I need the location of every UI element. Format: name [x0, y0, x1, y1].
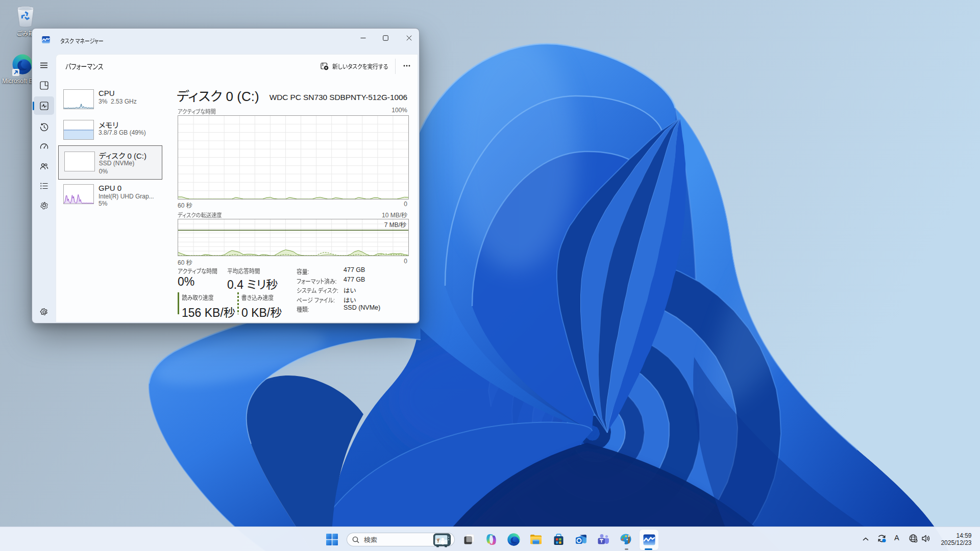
- disk-mini-chart: [64, 152, 95, 171]
- teams-button[interactable]: [593, 529, 614, 549]
- stat-active-label: アクティブな時間: [178, 266, 224, 276]
- chart1-label-text: アクティブな時間: [178, 107, 216, 115]
- start-button[interactable]: [322, 529, 342, 549]
- stat-active-value: 0%: [178, 275, 194, 289]
- chart2-label-text: ディスクの転送速度: [178, 210, 222, 219]
- disk-sub2: 0%: [99, 168, 108, 175]
- stat-capacity-value: 477 GB: [344, 266, 365, 273]
- perf-item-memory[interactable]: メモリ 3.8/7.8 GB (49%): [58, 120, 162, 149]
- stat-write-label: 書き込み速度: [241, 292, 279, 302]
- titlebar: タスク マネージャー: [32, 29, 419, 54]
- chart1-xright: 0: [404, 201, 407, 208]
- store-button[interactable]: [548, 529, 569, 549]
- stat-system-disk-label: システム ディスク:: [297, 285, 345, 295]
- paint-icon: [619, 533, 632, 546]
- tray-volume-button[interactable]: [921, 534, 930, 543]
- close-button[interactable]: [398, 29, 420, 47]
- details-icon: [40, 182, 48, 190]
- perf-item-gpu[interactable]: GPU 0 Intel(R) UHD Grap... 5%: [58, 184, 162, 214]
- nav-services[interactable]: [34, 196, 54, 214]
- disk-title: ディスク 0 (C:): [99, 150, 146, 161]
- stat-response-label: 平均応答時間: [227, 266, 265, 276]
- performance-icon: [40, 102, 48, 110]
- recycle-bin-icon: [16, 5, 35, 28]
- stat-row-4-label-text: 種類:: [297, 304, 309, 314]
- chart2-xright: 0: [404, 258, 407, 265]
- run-new-task-button[interactable]: 新しいタスクを実行する: [320, 59, 397, 72]
- memory-mini-chart: [63, 120, 94, 140]
- search-placeholder: 検索: [364, 535, 377, 544]
- stat-type-label: 種類:: [297, 304, 311, 314]
- startup-icon: [40, 142, 48, 151]
- minimize-button[interactable]: [352, 29, 374, 47]
- task-manager-taskbar-button[interactable]: [640, 530, 658, 550]
- stat-response-value: 0.4 ミリ秒: [227, 275, 278, 292]
- stat-row-2-label-text: システム ディスク:: [297, 285, 338, 295]
- nav-menu-button[interactable]: [34, 56, 54, 74]
- tray-update-button[interactable]: [877, 534, 887, 543]
- more-options-button[interactable]: [400, 59, 414, 72]
- tray-ime-button[interactable]: A: [894, 534, 899, 542]
- stat-page-file-label: ページ ファイル:: [297, 295, 341, 305]
- chart2-scale-label: 7 MB/秒: [384, 220, 406, 229]
- tray-date: 2025/12/23: [941, 540, 971, 547]
- minimize-icon: [360, 35, 366, 41]
- task-view-button[interactable]: [459, 529, 479, 549]
- nav-users[interactable]: [34, 157, 54, 176]
- stat-write-value: 0 KB/秒: [241, 303, 282, 320]
- write-speed-bar: [237, 292, 239, 314]
- nav-details[interactable]: [34, 177, 54, 195]
- copilot-button[interactable]: [481, 529, 501, 549]
- store-icon: [552, 533, 565, 546]
- tray-clock[interactable]: 14:59 2025/12/23: [941, 533, 971, 546]
- cpu-sub: 3% 2.53 GHz: [99, 98, 137, 105]
- maximize-icon: [383, 35, 388, 41]
- nav-settings[interactable]: [34, 303, 54, 321]
- detail-title: ディスク 0 (C:): [177, 86, 259, 105]
- header-divider: [395, 59, 396, 74]
- edge-taskbar-icon: [507, 533, 520, 546]
- search-highlight-image[interactable]: [433, 533, 451, 547]
- hamburger-icon: [40, 61, 48, 69]
- active-time-label-text: アクティブな時間: [178, 266, 217, 276]
- stat-page-file-value: はい: [344, 295, 356, 305]
- stat-capacity-label: 容量:: [297, 266, 311, 276]
- nav-processes[interactable]: [34, 76, 54, 94]
- disk-sub1: SSD (NVMe): [99, 160, 134, 167]
- ellipsis-icon: [403, 65, 410, 67]
- transfer-chart: [178, 219, 409, 256]
- stat-type-value: SSD (NVMe): [344, 304, 380, 311]
- maximize-button[interactable]: [374, 29, 397, 47]
- history-icon: [40, 123, 48, 132]
- processes-icon: [40, 81, 48, 90]
- edge-icon: [12, 54, 33, 77]
- nav-startup-apps[interactable]: [34, 137, 54, 156]
- stat-read-label: 読み取り速度: [182, 292, 219, 302]
- task-view-icon: [463, 533, 475, 545]
- cpu-mini-chart: [63, 89, 94, 109]
- file-explorer-button[interactable]: [526, 529, 546, 549]
- windows-update-icon: [877, 534, 887, 543]
- active-time-chart: [178, 115, 409, 199]
- detail-model: WDC PC SN730 SDBPNTY-512G-1006: [270, 93, 407, 102]
- search-box[interactable]: 検索: [347, 533, 455, 546]
- chart2-xleft: 60 秒: [178, 258, 192, 266]
- paint-running-indicator: [625, 548, 628, 550]
- nav-app-history[interactable]: [34, 118, 54, 136]
- stat-row-0-label-text: 容量:: [297, 266, 309, 276]
- edge-button[interactable]: [503, 529, 524, 549]
- read-label-text: 読み取り速度: [182, 292, 213, 302]
- ime-label: A: [894, 534, 899, 542]
- perf-item-cpu[interactable]: CPU 3% 2.53 GHz: [58, 89, 162, 119]
- paint-button[interactable]: [616, 529, 636, 549]
- outlook-icon: [575, 533, 587, 546]
- tray-chevron-button[interactable]: [862, 536, 869, 542]
- tray-network-button[interactable]: [909, 534, 918, 543]
- nav-performance[interactable]: [34, 96, 54, 115]
- new-task-icon: [320, 62, 329, 70]
- outlook-button[interactable]: [571, 529, 591, 549]
- gpu-sub2: 5%: [99, 200, 107, 207]
- perf-item-disk-selected[interactable]: ディスク 0 (C:) SSD (NVMe) 0%: [58, 145, 162, 180]
- users-icon: [40, 162, 48, 171]
- stat-formatted-value: 477 GB: [344, 276, 365, 283]
